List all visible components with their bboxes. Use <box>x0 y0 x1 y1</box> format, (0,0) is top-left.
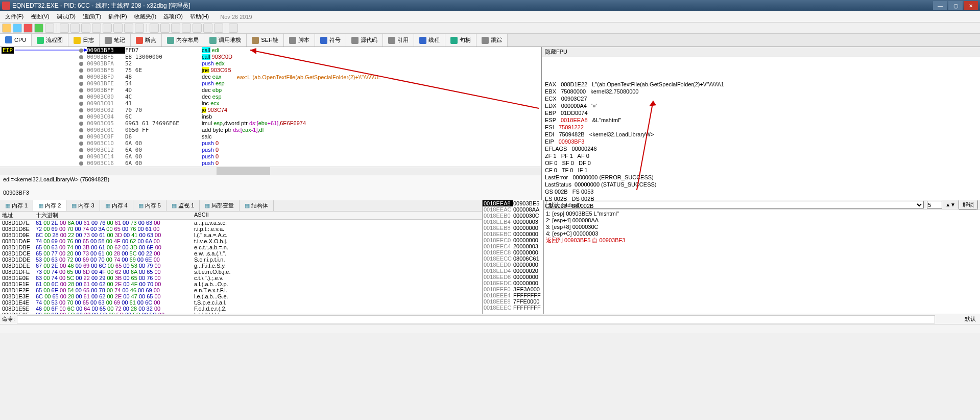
disasm-row[interactable]: 00903C0FD6salc <box>0 133 541 140</box>
tab-CPU[interactable]: CPU <box>0 34 32 46</box>
register-line[interactable]: EAX 008D1E22 L"(ab.OpenTextFile(ab.GetSp… <box>545 81 977 88</box>
dump-row[interactable]: 008D1E4E74 00 53 00 70 00 65 00 63 00 69… <box>0 299 482 306</box>
disasm-row[interactable]: 00903C106A 00push 0 <box>0 140 541 147</box>
dump-row[interactable]: 008D1DAE74 00 69 00 76 00 65 00 58 00 4F… <box>0 238 482 244</box>
registers-panel[interactable]: 隐藏FPU EAX 008D1E22 L"(ab.OpenTextFile(ab… <box>541 47 980 200</box>
register-line[interactable]: LastStatus 00000000 (STATUS_SUCCESS) <box>545 181 977 188</box>
toolbar-runto-icon[interactable] <box>124 24 133 33</box>
disasm-row[interactable]: 00903BF5E8 13000000call 903C0D <box>0 54 541 60</box>
dump-row[interactable]: 008D1E5E46 00 6F 00 6C 00 64 00 65 00 72… <box>0 306 482 312</box>
dump-tab[interactable]: ▦内存 4 <box>100 200 133 211</box>
tab-线程[interactable]: 线程 <box>414 34 445 46</box>
dump-tab[interactable]: ▦结构体 <box>240 200 274 211</box>
disasm-row[interactable]: 00903C056963 61 74696F6Eimul esp,dword p… <box>0 120 541 127</box>
tab-SEH链[interactable]: SEH链 <box>247 34 284 46</box>
toolbar-functions-icon[interactable] <box>203 24 212 33</box>
disasm-hscroll[interactable] <box>0 167 541 175</box>
register-line[interactable]: EBX 75080000 kernel32.75080000 <box>545 88 977 95</box>
stack-row[interactable]: 0018EED400000020 <box>483 268 543 274</box>
stack-row[interactable]: 0018EEE4FFFFFFFF <box>483 292 543 298</box>
stack-row[interactable]: 0018EEC420000003 <box>483 243 543 249</box>
toolbar-stepinto-icon[interactable] <box>60 24 69 33</box>
tab-跟踪[interactable]: 跟踪 <box>476 34 508 46</box>
toolbar-restart-icon[interactable] <box>13 24 22 33</box>
stack-row[interactable]: 0018EEECFFFFFFFF <box>483 305 543 311</box>
toolbar-labels-icon[interactable] <box>182 24 191 33</box>
disasm-row[interactable]: 00903C046Cinsb <box>0 113 541 120</box>
register-line[interactable]: ECX 00903C27 <box>545 95 977 102</box>
dump-tab[interactable]: ▦局部变量 <box>200 200 240 211</box>
toolbar-calc-icon[interactable] <box>214 24 223 33</box>
register-line[interactable]: ES 002B DS 002B <box>545 195 977 202</box>
tab-调用堆栈[interactable]: 调用堆栈 <box>204 34 247 46</box>
call-arg-line[interactable]: 4: [esp+C] 00000003 <box>546 230 978 237</box>
menu-item[interactable]: 帮助(H) <box>187 12 212 21</box>
disasm-row[interactable]: 00903C146A 00push 0 <box>0 153 541 160</box>
tab-符号[interactable]: 符号 <box>315 34 346 46</box>
dump-tab[interactable]: ▦内存 2 <box>33 200 66 211</box>
disasm-row[interactable]: 00903BFF4Ddec ebp <box>0 87 541 94</box>
disasm-row[interactable]: 00903BFA52push edx <box>0 60 541 67</box>
toolbar-trace2-icon[interactable] <box>113 24 123 33</box>
toolbar-stepover-icon[interactable] <box>70 24 80 33</box>
tab-源代码[interactable]: 源代码 <box>346 34 383 46</box>
stack-row[interactable]: 0018EEE87FFE0000 <box>483 298 543 305</box>
register-line[interactable]: ESP 0018EEA8 &L"mshtml" <box>545 116 977 124</box>
register-line[interactable]: EDI 7509482B <kernel32.LoadLibraryW> <box>545 131 977 138</box>
maximize-button[interactable]: ▢ <box>948 1 963 10</box>
register-line[interactable]: CS 0023 SS 002B <box>545 202 977 209</box>
tab-笔记[interactable]: 笔记 <box>100 34 131 46</box>
toolbar-settings-icon[interactable] <box>229 24 238 33</box>
dump-row[interactable]: 008D1E6E29 00 2B 00 5C 00 22 00 5C 00 5C… <box>0 312 482 314</box>
command-input[interactable] <box>17 315 935 323</box>
dump-tab[interactable]: ▦内存 5 <box>133 200 166 211</box>
toolbar-run-icon[interactable] <box>34 24 43 33</box>
menu-item[interactable]: 视图(V) <box>28 12 53 21</box>
stack-row[interactable]: 0018EECC08006C61 <box>483 255 543 262</box>
stack-row[interactable]: 0018EEE03EF3A000 <box>483 286 543 292</box>
regs-header[interactable]: 隐藏FPU <box>542 47 980 57</box>
stack-row[interactable]: 0018EEA800903BE5 <box>483 200 543 206</box>
disasm-row[interactable]: 00903C166A 00push 0 <box>0 160 541 167</box>
register-line[interactable]: OF 0 SF 0 DF 0 <box>545 159 977 167</box>
dump-col-ascii[interactable]: ASCII <box>194 212 209 219</box>
stack-row[interactable]: 0018EEB400000003 <box>483 219 543 225</box>
tab-内存布局[interactable]: 内存布局 <box>162 34 204 46</box>
tab-引用[interactable]: 引用 <box>383 34 414 46</box>
stack-row[interactable]: 0018EEC000000000 <box>483 237 543 243</box>
stack-row[interactable]: 0018EEC800000000 <box>483 249 543 255</box>
dump-row[interactable]: 008D1DCE65 00 77 00 20 00 73 00 61 00 28… <box>0 250 482 256</box>
toolbar-stepout-icon[interactable] <box>81 24 90 33</box>
tab-句柄[interactable]: 句柄 <box>445 34 476 46</box>
stack-row[interactable]: 0018EED800000000 <box>483 274 543 280</box>
menu-item[interactable]: 文件(F) <box>2 12 27 21</box>
toolbar-trace-icon[interactable] <box>103 24 112 33</box>
dump-tab[interactable]: ▦内存 1 <box>0 200 33 211</box>
dump-col-addr[interactable]: 地址 <box>0 212 36 219</box>
close-button[interactable]: ✕ <box>964 1 978 10</box>
disasm-row[interactable]: 00903BFD48dec eaxeax:L"(ab.OpenTextFile(… <box>0 74 541 80</box>
disassembly-view[interactable]: EIP ECX 00903BF3FFD7call edi00903BF5E8 1… <box>0 47 541 167</box>
register-line[interactable]: CF 0 TF 0 IF 1 <box>545 167 977 174</box>
dump-tab[interactable]: ▦内存 3 <box>66 200 100 211</box>
dump-row[interactable]: 008D1D7E61 00 2E 00 6A 00 61 00 76 00 61… <box>0 220 482 226</box>
toolbar-bookmarks-icon[interactable] <box>193 24 202 33</box>
toolbar-stop-icon[interactable] <box>23 24 33 33</box>
stack-panel[interactable]: 0018EEA800903BE50018EEAC000008AA0018EEB0… <box>483 200 544 314</box>
register-line[interactable]: GS 002B FS 0053 <box>545 188 977 195</box>
dump-row[interactable]: 008D1DFE73 00 74 00 65 00 6D 00 4F 00 62… <box>0 269 482 275</box>
disasm-row[interactable]: 00903C004Cdec esp <box>0 94 541 100</box>
tab-日志[interactable]: 日志 <box>68 34 100 46</box>
dump-row[interactable]: 008D1DDE53 00 63 00 72 00 69 00 70 00 74… <box>0 256 482 263</box>
register-line[interactable]: ESI 75091222 <box>545 124 977 131</box>
menu-item[interactable]: 选项(O) <box>160 12 186 21</box>
dump-col-hex[interactable]: 十六进制 <box>36 212 194 219</box>
toolbar-ret-icon[interactable] <box>135 24 144 33</box>
register-line[interactable]: EIP 00903BF3 <box>545 138 977 145</box>
disasm-row[interactable]: 00903BFE54push esp <box>0 80 541 87</box>
disasm-row[interactable]: 00903BF3FFD7call edi <box>0 47 541 54</box>
dump-row[interactable]: 008D1E2E65 00 6E 00 54 00 65 00 78 00 74… <box>0 287 482 293</box>
tab-流程图[interactable]: 流程图 <box>32 34 68 46</box>
register-line[interactable]: ZF 1 PF 1 AF 0 <box>545 152 977 159</box>
stack-row[interactable]: 0018EEB800000000 <box>483 225 543 231</box>
